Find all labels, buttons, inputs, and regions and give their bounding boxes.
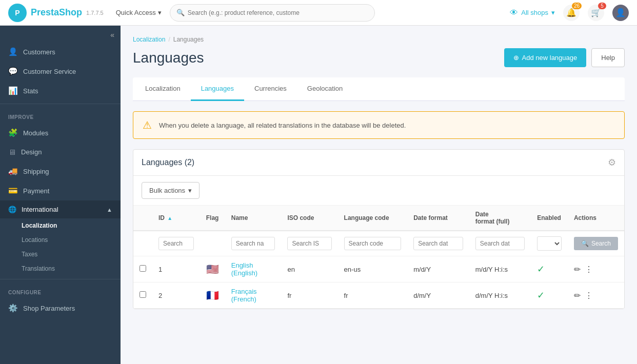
global-search-input[interactable] <box>188 9 368 16</box>
row2-edit-button[interactable]: ✏ <box>574 291 581 300</box>
top-navigation: P PrestaShop 1.7.7.5 Quick Access ▾ 🔍 👁 … <box>0 0 637 26</box>
row1-more-button[interactable]: ⋮ <box>585 265 593 274</box>
row1-name[interactable]: English (English) <box>225 256 282 282</box>
tab-languages[interactable]: Languages <box>191 77 244 101</box>
sidebar-item-label: International <box>22 206 58 213</box>
sidebar-collapse-area: « <box>0 26 121 42</box>
sidebar-item-label: Shipping <box>23 168 49 175</box>
row2-checkbox-cell[interactable] <box>133 282 152 309</box>
search-actions-cell[interactable]: 🔍 Search <box>568 231 624 256</box>
add-new-language-button[interactable]: ⊕ Add new language <box>504 48 587 67</box>
search-icon: 🔍 <box>176 9 185 16</box>
breadcrumb-separator: / <box>168 36 170 43</box>
alert-message: When you delete a language, all related … <box>159 122 406 129</box>
tab-localization[interactable]: Localization <box>135 77 191 101</box>
search-name-input[interactable] <box>231 237 275 250</box>
sidebar-item-label: Payment <box>23 187 49 195</box>
sidebar-item-payment[interactable]: 💳 Payment <box>0 181 121 200</box>
row1-edit-button[interactable]: ✏ <box>574 265 581 274</box>
sidebar-item-design[interactable]: 🖥 Design <box>0 143 121 161</box>
row2-id: 2 <box>152 282 200 309</box>
notifications-button[interactable]: 🔔 26 <box>563 5 580 21</box>
tabs-bar: Localization Languages Currencies Geoloc… <box>133 77 625 101</box>
app-body: « 👤 Customers 💬 Customer Service 📊 Stats… <box>0 26 637 364</box>
help-button[interactable]: Help <box>591 48 625 67</box>
tab-currencies[interactable]: Currencies <box>244 77 297 101</box>
quick-access-button[interactable]: Quick Access ▾ <box>116 9 162 16</box>
logo-text: PrestaShop <box>31 7 82 18</box>
user-avatar[interactable]: 👤 <box>612 5 629 21</box>
bulk-actions-button[interactable]: Bulk actions ▾ <box>142 182 200 199</box>
sidebar-sub-taxes[interactable]: Taxes <box>0 247 121 261</box>
row1-name-link[interactable]: English (English) <box>231 261 257 277</box>
page-header: Languages ⊕ Add new language Help <box>133 48 625 67</box>
row1-flag: 🇺🇸 <box>200 256 225 282</box>
table-settings-button[interactable]: ⚙ <box>608 157 616 168</box>
row1-checkbox-cell[interactable] <box>133 256 152 282</box>
sidebar-sub-locations[interactable]: Locations <box>0 233 121 247</box>
sidebar-divider-1 <box>0 104 121 104</box>
notifications-badge: 26 <box>572 3 582 9</box>
sidebar-item-shop-parameters[interactable]: ⚙️ Shop Parameters <box>0 298 121 318</box>
sort-id-icon: ▲ <box>167 215 172 221</box>
search-datefmt-input[interactable] <box>413 237 463 250</box>
sidebar-item-customer-service[interactable]: 💬 Customer Service <box>0 62 121 81</box>
global-search-bar[interactable]: 🔍 <box>170 4 375 22</box>
bulk-actions-area: Bulk actions ▾ <box>133 176 624 206</box>
search-id-input[interactable] <box>158 237 194 250</box>
sidebar-item-stats[interactable]: 📊 Stats <box>0 81 121 100</box>
search-button[interactable]: 🔍 Search <box>574 237 618 250</box>
search-enabled-select[interactable]: Yes No <box>537 236 562 251</box>
row1-checkbox[interactable] <box>140 265 146 272</box>
row2-name-link[interactable]: Français (French) <box>231 288 257 303</box>
row2-checkbox[interactable] <box>140 291 146 298</box>
sidebar-collapse-button[interactable]: « <box>110 31 114 39</box>
all-shops-button[interactable]: 👁 All shops ▾ <box>510 8 555 17</box>
search-checkbox-cell <box>133 231 152 256</box>
plus-icon: ⊕ <box>513 54 519 62</box>
search-name-cell[interactable] <box>225 231 282 256</box>
th-language-code: Language code <box>338 206 408 231</box>
search-flag-cell <box>200 231 225 256</box>
user-icon: 👤 <box>615 8 626 17</box>
international-icon: 🌐 <box>8 206 16 213</box>
search-datefmt-cell[interactable] <box>407 231 469 256</box>
sidebar-item-customers[interactable]: 👤 Customers <box>0 42 121 62</box>
sidebar-sub-localization[interactable]: Localization <box>0 218 121 233</box>
sidebar-item-modules[interactable]: 🧩 Modules <box>0 123 121 143</box>
th-id[interactable]: ID ▲ <box>152 206 200 231</box>
search-datefull-input[interactable] <box>475 237 525 250</box>
row2-more-button[interactable]: ⋮ <box>585 291 593 300</box>
th-actions: Actions <box>568 206 624 231</box>
sidebar-item-label: Customer Service <box>23 68 76 75</box>
header-actions: ⊕ Add new language Help <box>504 48 625 67</box>
search-langcode-input[interactable] <box>344 237 402 250</box>
search-iso-cell[interactable] <box>281 231 337 256</box>
tab-geolocation[interactable]: Geolocation <box>297 77 353 101</box>
th-date-format-full: Dateformat (full) <box>469 206 531 231</box>
bell-icon: 🔔 <box>566 8 576 17</box>
cart-button[interactable]: 🛒 5 <box>588 5 604 21</box>
search-iso-input[interactable] <box>287 237 331 250</box>
sidebar-sub-translations[interactable]: Translations <box>0 261 121 276</box>
row1-iso: en <box>281 256 337 282</box>
search-datefull-cell[interactable] <box>469 231 531 256</box>
breadcrumb-localization[interactable]: Localization <box>133 36 165 43</box>
cart-badge: 5 <box>598 3 606 9</box>
row2-enabled-check: ✓ <box>537 290 545 300</box>
row1-action-icons: ✏ ⋮ <box>574 265 618 274</box>
sidebar-item-shipping[interactable]: 🚚 Shipping <box>0 161 121 181</box>
improve-section-label: IMPROVE <box>0 107 121 123</box>
search-langcode-cell[interactable] <box>338 231 408 256</box>
search-id-cell[interactable] <box>152 231 200 256</box>
search-enabled-cell[interactable]: Yes No <box>531 231 568 256</box>
sidebar-item-label: Shop Parameters <box>23 305 75 312</box>
row2-flag-icon: 🇫🇷 <box>206 290 219 301</box>
sidebar-item-international[interactable]: 🌐 International ▲ <box>0 200 121 218</box>
sidebar-item-label: Modules <box>23 129 48 137</box>
eye-icon: 👁 <box>510 8 518 17</box>
row1-id: 1 <box>152 256 200 282</box>
row2-name[interactable]: Français (French) <box>225 282 282 309</box>
row2-flag: 🇫🇷 <box>200 282 225 309</box>
table-row: 2 🇫🇷 Français (French) fr fr d/m/Y d/m/Y… <box>133 282 624 309</box>
